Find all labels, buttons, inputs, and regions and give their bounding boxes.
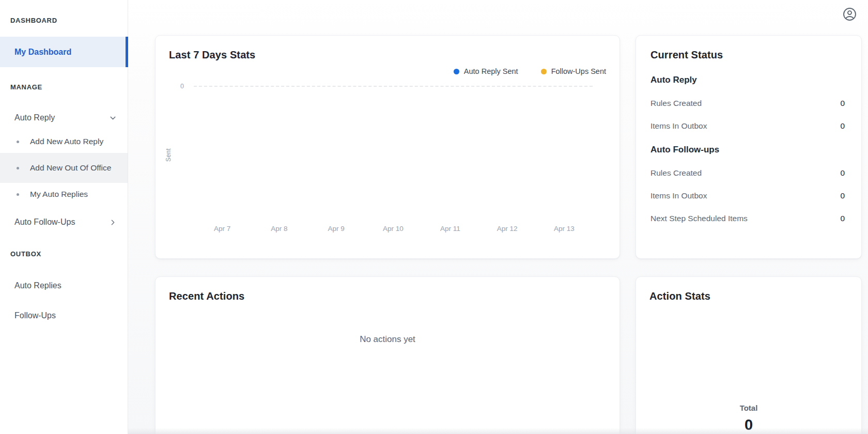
- legend-label: Follow-Ups Sent: [551, 67, 606, 75]
- status-row: Next Step Scheduled Items 0: [650, 214, 845, 223]
- empty-state-message: No actions yet: [169, 334, 606, 345]
- sidebar-item-my-auto-replies[interactable]: My Auto Replies: [0, 183, 128, 206]
- sidebar-item-my-dashboard[interactable]: My Dashboard: [0, 37, 128, 67]
- recent-actions-card: Recent Actions No actions yet: [155, 276, 620, 434]
- sidebar-item-label: My Dashboard: [14, 48, 71, 57]
- dashboard-content: Last 7 Days Stats Auto Reply Sent Follow…: [128, 33, 868, 434]
- y-axis-tick: 0: [180, 83, 184, 90]
- sidebar-item-label: Follow-Ups: [14, 311, 56, 320]
- sidebar-item-label: Auto Replies: [14, 281, 61, 290]
- auto-reply-submenu: Add New Auto Reply Add New Out Of Office…: [0, 130, 128, 206]
- sidebar-item-label: Add New Out Of Office: [30, 162, 111, 175]
- status-row-value: 0: [840, 214, 845, 223]
- status-row-value: 0: [840, 168, 845, 178]
- status-section-heading: Auto Follow-ups: [650, 145, 845, 155]
- sidebar-item-label: Auto Reply: [14, 113, 55, 122]
- sidebar-item-outbox-follow-ups[interactable]: Follow-Ups: [0, 303, 128, 328]
- status-row: Items In Outbox 0: [650, 121, 845, 131]
- sidebar-item-outbox-auto-replies[interactable]: Auto Replies: [0, 273, 128, 298]
- current-status-card: Current Status Auto Reply Rules Created …: [636, 35, 862, 259]
- x-axis-tick: Apr 11: [422, 225, 478, 233]
- x-axis-labels: Apr 7 Apr 8 Apr 9 Apr 10 Apr 11 Apr 12 A…: [194, 225, 593, 233]
- action-stats-card: Action Stats Total 0: [636, 276, 862, 434]
- status-row-label: Rules Created: [650, 99, 702, 108]
- legend-item-follow-ups-sent[interactable]: Follow-Ups Sent: [541, 67, 606, 75]
- status-row-value: 0: [840, 99, 845, 108]
- sidebar-item-auto-reply[interactable]: Auto Reply: [0, 105, 128, 130]
- action-stats-total: Total 0: [649, 404, 848, 433]
- chevron-down-icon: [109, 114, 117, 122]
- sidebar-section-manage: MANAGE: [0, 83, 128, 91]
- total-value: 0: [649, 416, 848, 433]
- status-row: Rules Created 0: [650, 168, 845, 178]
- last-7-days-stats-card: Last 7 Days Stats Auto Reply Sent Follow…: [155, 35, 620, 259]
- status-row-value: 0: [840, 191, 845, 200]
- gridline-zero: [194, 86, 593, 87]
- x-axis-tick: Apr 13: [536, 225, 593, 233]
- chart-legend: Auto Reply Sent Follow-Ups Sent: [169, 67, 606, 75]
- legend-label: Auto Reply Sent: [464, 67, 518, 75]
- status-row-label: Items In Outbox: [650, 191, 707, 200]
- x-axis-tick: Apr 7: [194, 225, 251, 233]
- sidebar-section-dashboard: DASHBOARD: [0, 17, 128, 24]
- legend-dot-yellow: [541, 69, 547, 74]
- status-row-label: Rules Created: [650, 168, 702, 178]
- status-section-heading: Auto Reply: [650, 75, 845, 85]
- account-circle-icon: [843, 7, 857, 21]
- sidebar-item-label: My Auto Replies: [30, 188, 88, 201]
- action-stats-title: Action Stats: [649, 290, 848, 302]
- x-axis-tick: Apr 8: [251, 225, 307, 233]
- status-row-label: Next Step Scheduled Items: [650, 214, 748, 223]
- status-card-title: Current Status: [650, 49, 845, 61]
- legend-dot-blue: [454, 69, 459, 74]
- recent-actions-title: Recent Actions: [169, 290, 606, 302]
- status-row-value: 0: [840, 121, 845, 131]
- bullet-icon: [17, 141, 19, 143]
- y-axis-label: Sent: [165, 148, 172, 162]
- total-label: Total: [649, 404, 848, 412]
- chevron-right-icon: [109, 218, 117, 227]
- bottom-card-row: Recent Actions No actions yet Action Sta…: [155, 276, 862, 434]
- x-axis-tick: Apr 12: [478, 225, 535, 233]
- bullet-icon: [17, 193, 19, 196]
- chart-title: Last 7 Days Stats: [169, 49, 606, 61]
- sidebar-item-add-new-auto-reply[interactable]: Add New Auto Reply: [0, 130, 128, 153]
- line-chart: 0 Sent Apr 7 Apr 8 Apr 9 Apr 10 Apr 11 A…: [169, 78, 606, 233]
- sidebar-item-label: Auto Follow-Ups: [14, 218, 75, 227]
- x-axis-tick: Apr 10: [365, 225, 422, 233]
- sidebar-item-label: Add New Auto Reply: [30, 135, 103, 148]
- status-row: Items In Outbox 0: [650, 191, 845, 200]
- sidebar: DASHBOARD My Dashboard MANAGE Auto Reply…: [0, 0, 128, 434]
- x-axis-tick: Apr 9: [308, 225, 365, 233]
- legend-item-auto-reply-sent[interactable]: Auto Reply Sent: [454, 67, 518, 75]
- topbar: [128, 0, 868, 33]
- main-content: Last 7 Days Stats Auto Reply Sent Follow…: [128, 0, 868, 434]
- bullet-icon: [17, 167, 19, 169]
- account-button[interactable]: [843, 7, 857, 21]
- top-card-row: Last 7 Days Stats Auto Reply Sent Follow…: [155, 35, 862, 259]
- sidebar-item-auto-follow-ups[interactable]: Auto Follow-Ups: [0, 210, 128, 235]
- sidebar-item-add-new-out-of-office[interactable]: Add New Out Of Office: [0, 153, 128, 183]
- status-row-label: Items In Outbox: [650, 121, 707, 131]
- sidebar-section-outbox: OUTBOX: [0, 250, 128, 258]
- status-row: Rules Created 0: [650, 99, 845, 108]
